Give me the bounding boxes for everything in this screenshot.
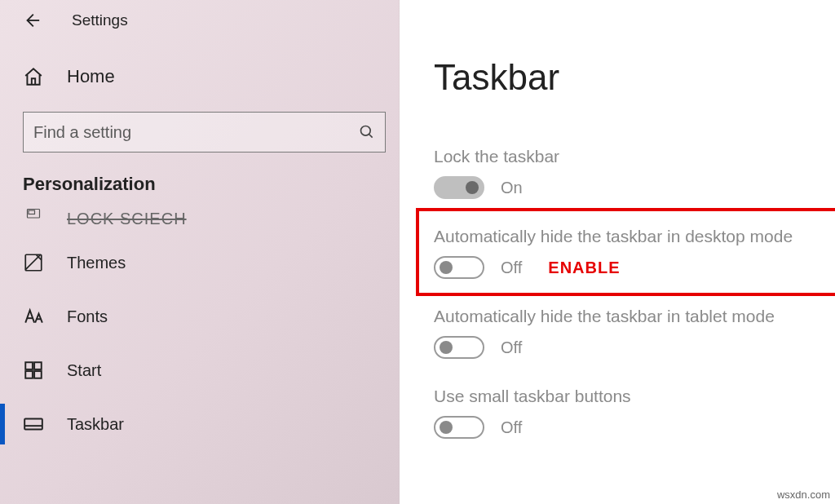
section-title: Personalization [0,153,399,201]
setting-label: Automatically hide the taskbar in deskto… [434,227,835,246]
toggle-row: On [434,176,835,199]
page-title: Taskbar [434,57,835,98]
toggle-row: Off ENABLE [434,256,835,279]
annotation-enable: ENABLE [548,259,620,277]
settings-window: Settings Home Personalization [0,0,835,504]
toggle-state: Off [501,259,522,277]
search-icon [359,124,375,140]
home-icon [23,66,44,87]
sidebar-item-label: Start [67,361,101,380]
sidebar-item-fonts[interactable]: Fonts [0,290,399,343]
nav-list: LOCK SCIECH Themes Fonts [0,201,399,451]
lock-screen-icon [23,208,44,229]
fonts-icon [23,306,44,327]
taskbar-icon [23,413,44,435]
setting-label: Use small taskbar buttons [434,387,835,406]
sidebar-item-themes[interactable]: Themes [0,236,399,290]
svg-rect-7 [34,371,42,378]
sidebar-item-label: Taskbar [67,415,124,434]
home-label: Home [67,66,115,87]
back-icon[interactable] [23,11,41,29]
setting-label: Automatically hide the taskbar in tablet… [434,307,835,326]
sidebar-item-label: LOCK SCIECH [67,210,187,228]
toggle-lock-taskbar[interactable] [434,176,484,199]
search-input[interactable] [33,123,359,142]
toggle-state: Off [501,338,522,357]
toggle-state: On [501,179,523,197]
home-link[interactable]: Home [0,29,399,104]
svg-point-0 [361,126,371,136]
toggle-small-buttons[interactable] [434,416,484,439]
svg-rect-5 [34,362,42,369]
start-icon [23,360,44,381]
sidebar-item-start[interactable]: Start [0,343,399,397]
toggle-state: Off [501,418,522,437]
sidebar-item-lock-screen[interactable]: LOCK SCIECH [0,201,399,236]
app-title: Settings [72,11,128,29]
header: Settings [0,0,399,29]
svg-rect-4 [25,362,33,369]
content-pane: Taskbar Lock the taskbar On Automaticall… [400,0,835,504]
setting-hide-tablet: Automatically hide the taskbar in tablet… [434,307,835,359]
toggle-row: Off [434,336,835,359]
toggle-row: Off [434,416,835,439]
toggle-hide-tablet[interactable] [434,336,484,359]
setting-small-buttons: Use small taskbar buttons Off [434,387,835,439]
sidebar: Settings Home Personalization [0,0,400,504]
toggle-hide-desktop[interactable] [434,256,484,279]
svg-rect-6 [25,371,33,378]
svg-rect-2 [29,210,35,214]
svg-rect-8 [24,419,42,430]
setting-lock-taskbar: Lock the taskbar On [434,147,835,199]
setting-label: Lock the taskbar [434,147,835,166]
sidebar-item-taskbar[interactable]: Taskbar [0,397,399,451]
search-box[interactable] [23,112,386,153]
watermark: wsxdn.com [777,489,830,501]
themes-icon [23,252,44,273]
setting-hide-desktop: Automatically hide the taskbar in deskto… [434,227,835,279]
sidebar-item-label: Fonts [67,307,108,326]
sidebar-item-label: Themes [67,254,126,272]
